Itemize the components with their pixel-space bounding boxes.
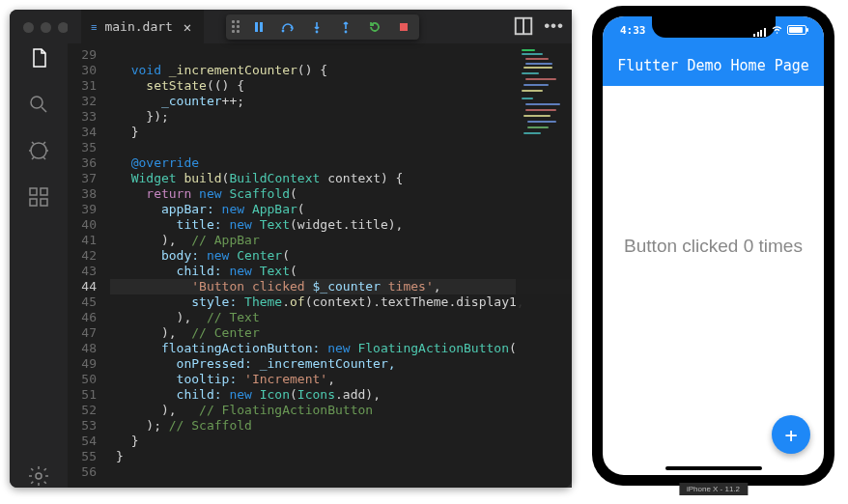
svg-point-0 — [31, 97, 42, 108]
code-editor[interactable]: 2930313233343536373839404142434445464748… — [68, 43, 572, 488]
more-actions-button[interactable]: ••• — [544, 16, 564, 36]
search-icon[interactable] — [27, 93, 50, 116]
ios-simulator: 4:33 Flutter Demo Home Page Button click… — [592, 6, 834, 491]
minimap[interactable] — [516, 43, 572, 488]
drag-handle-icon[interactable] — [232, 20, 240, 33]
restart-button[interactable] — [365, 17, 384, 37]
phone-screen[interactable]: 4:33 Flutter Demo Home Page Button click… — [603, 16, 824, 475]
window-traffic-lights[interactable] — [23, 22, 69, 33]
simulator-device-label: iPhone X - 11.2 — [679, 483, 748, 495]
debug-icon[interactable] — [27, 139, 50, 162]
home-indicator[interactable] — [665, 466, 762, 470]
debug-toolbar — [226, 14, 419, 40]
wifi-icon — [771, 24, 783, 37]
step-into-button[interactable] — [307, 17, 326, 37]
add-icon: + — [784, 423, 797, 447]
svg-point-1 — [31, 143, 46, 158]
svg-point-6 — [36, 473, 42, 479]
settings-gear-icon[interactable] — [27, 464, 50, 488]
svg-rect-12 — [400, 23, 408, 31]
step-out-button[interactable] — [336, 17, 355, 37]
tab-bar: ≡ main.dart ✕ ••• — [68, 10, 572, 43]
svg-point-9 — [282, 29, 285, 32]
stop-button[interactable] — [394, 17, 413, 37]
split-editor-button[interactable] — [513, 15, 534, 37]
svg-rect-5 — [41, 199, 47, 206]
close-icon[interactable]: ✕ — [181, 20, 194, 34]
svg-point-10 — [316, 30, 319, 33]
svg-point-11 — [345, 30, 348, 33]
vscode-window: ≡ main.dart ✕ ••• — [10, 10, 572, 488]
svg-rect-3 — [41, 188, 47, 195]
svg-rect-2 — [30, 188, 37, 195]
tab-main-dart[interactable]: ≡ main.dart ✕ — [81, 10, 204, 43]
body-text: Button clicked 0 times — [624, 236, 803, 257]
svg-rect-8 — [260, 22, 263, 32]
tab-label: main.dart — [104, 19, 172, 34]
floating-action-button[interactable]: + — [772, 415, 810, 454]
step-over-button[interactable] — [278, 17, 297, 37]
activity-bar — [10, 10, 68, 488]
svg-rect-4 — [30, 199, 37, 206]
files-icon[interactable] — [27, 46, 50, 70]
dart-file-icon: ≡ — [91, 21, 97, 33]
battery-icon — [787, 25, 806, 35]
svg-rect-7 — [255, 22, 258, 32]
signal-icon — [753, 24, 767, 37]
extensions-icon[interactable] — [27, 185, 50, 209]
status-time: 4:33 — [620, 24, 646, 37]
pause-button[interactable] — [249, 17, 269, 37]
status-bar: 4:33 — [603, 16, 824, 42]
